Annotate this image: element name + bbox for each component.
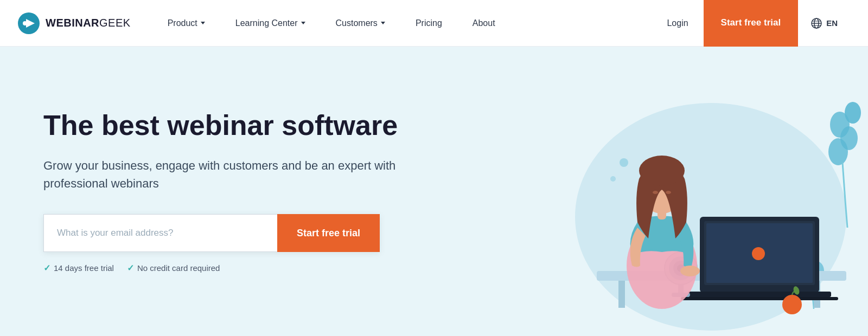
nav-links: Product Learning Center Customers Pricin… — [152, 0, 652, 47]
email-input[interactable] — [43, 214, 277, 252]
checkmark-icon: ✓ — [127, 263, 134, 273]
nav-item-product[interactable]: Product — [152, 0, 220, 47]
chevron-down-icon — [301, 22, 305, 24]
illustration-svg — [542, 54, 868, 336]
email-form: Start free trial — [43, 214, 380, 252]
brand-name: WEBINARGEEK — [46, 17, 131, 29]
hero-title: The best webinar software — [43, 109, 423, 142]
svg-point-39 — [680, 266, 700, 276]
nav-item-customers[interactable]: Customers — [321, 0, 400, 47]
nav-login-button[interactable]: Login — [652, 0, 703, 47]
svg-point-38 — [666, 191, 671, 194]
navbar: WEBINARGEEK Product Learning Center Cust… — [0, 0, 868, 47]
nav-right: Login Start free trial EN — [652, 0, 851, 47]
hero-subtitle: Grow your business, engage with customer… — [43, 157, 423, 192]
hero-section: The best webinar software Grow your busi… — [0, 47, 868, 336]
check-no-card: ✓ No credit card required — [127, 263, 220, 273]
svg-line-13 — [845, 201, 847, 228]
nav-item-learning-center[interactable]: Learning Center — [220, 0, 321, 47]
svg-rect-24 — [688, 292, 831, 297]
chevron-down-icon — [201, 22, 205, 24]
logo-icon — [17, 12, 40, 35]
logo[interactable]: WEBINARGEEK — [17, 12, 131, 35]
svg-point-2 — [23, 21, 27, 25]
svg-point-37 — [653, 191, 658, 194]
nav-item-about[interactable]: About — [457, 0, 510, 47]
hero-illustration — [521, 47, 868, 336]
svg-point-36 — [639, 156, 685, 186]
svg-rect-25 — [681, 297, 838, 300]
svg-rect-18 — [618, 281, 625, 308]
checkmark-icon: ✓ — [43, 263, 50, 273]
svg-point-23 — [752, 247, 765, 260]
check-trial: ✓ 14 days free trial — [43, 263, 114, 273]
svg-line-12 — [843, 163, 845, 201]
svg-point-41 — [610, 176, 616, 182]
svg-point-11 — [845, 102, 861, 124]
nav-item-pricing[interactable]: Pricing — [400, 0, 457, 47]
nav-language-selector[interactable]: EN — [798, 0, 851, 47]
globe-icon — [811, 18, 822, 29]
chevron-down-icon — [381, 22, 385, 24]
start-free-trial-button[interactable]: Start free trial — [277, 214, 380, 252]
hero-checks: ✓ 14 days free trial ✓ No credit card re… — [43, 263, 423, 273]
hero-content: The best webinar software Grow your busi… — [43, 109, 423, 274]
svg-point-40 — [620, 158, 628, 167]
nav-cta-button[interactable]: Start free trial — [704, 0, 799, 47]
svg-point-42 — [782, 295, 802, 314]
